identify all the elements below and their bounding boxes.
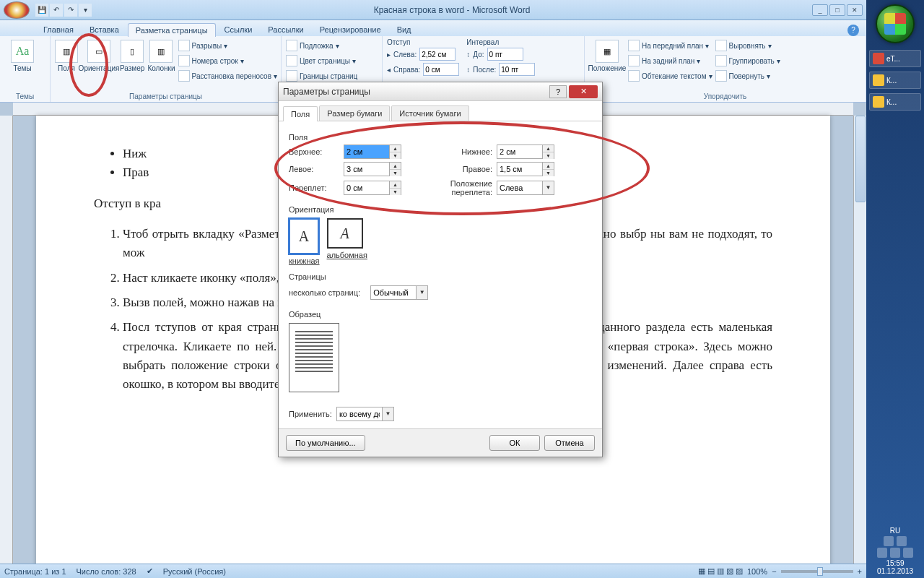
align-button[interactable]: Выровнять ▾ [715, 38, 780, 53]
page-setup-dialog: Параметры страницы ? ✕ Поля Размер бумаг… [278, 82, 603, 457]
dialog-help-button[interactable]: ? [549, 85, 567, 98]
orientation-button[interactable]: ▭Ориентация [81, 38, 117, 72]
gutter-position-select[interactable]: ▼ [497, 181, 562, 195]
tab-page-layout[interactable]: Разметка страницы [128, 23, 216, 37]
rotate-button[interactable]: Повернуть ▾ [715, 69, 780, 83]
help-icon[interactable]: ? [847, 25, 859, 36]
text-wrap-button[interactable]: Обтекание текстом ▾ [628, 69, 712, 83]
orientation-landscape[interactable]: Aальбомная [327, 218, 367, 265]
dialog-tab-source[interactable]: Источник бумаги [391, 105, 468, 121]
ok-button[interactable]: ОК [489, 435, 540, 451]
position-button[interactable]: ▦Положение [589, 38, 625, 72]
redo-icon[interactable]: ↷ [64, 4, 77, 17]
clock-time: 15:59 [869, 559, 921, 567]
watermark-button[interactable]: Подложка ▾ [286, 38, 357, 53]
tab-mailings[interactable]: Рассылки [261, 23, 310, 36]
margin-top-input[interactable]: ▲▼ [344, 144, 409, 159]
language-status[interactable]: Русский (Россия) [163, 567, 226, 576]
tab-home[interactable]: Главная [36, 23, 81, 36]
columns-button[interactable]: ▥Колонки [147, 38, 175, 72]
zoom-level[interactable]: 100% [747, 567, 767, 576]
send-back-button[interactable]: На задний план ▾ [628, 53, 712, 68]
language-indicator[interactable]: RU [869, 527, 921, 535]
word-count[interactable]: Число слов: 328 [77, 567, 136, 576]
margin-left-input[interactable]: ▲▼ [344, 162, 409, 176]
office-button[interactable] [4, 1, 30, 19]
multiple-pages-select[interactable]: ▼ [370, 285, 428, 300]
tab-review[interactable]: Рецензирование [313, 23, 388, 36]
zoom-slider[interactable] [781, 570, 853, 573]
windows-taskbar: eT... К... К... RU 15:59 01.12.2013 [866, 0, 924, 578]
undo-icon[interactable]: ↶ [50, 4, 63, 17]
system-tray[interactable]: RU 15:59 01.12.2013 [866, 524, 924, 578]
tab-insert[interactable]: Вставка [82, 23, 126, 36]
taskbar-item[interactable]: К... [869, 72, 921, 89]
dialog-tab-margins[interactable]: Поля [283, 106, 318, 121]
view-buttons[interactable]: ▦ ▤ ▥ ▧ ▨ [698, 566, 743, 576]
indent-left-input[interactable]: ▸ Слева: [387, 47, 459, 61]
margin-right-input[interactable]: ▲▼ [497, 162, 562, 176]
bring-front-button[interactable]: На передний план ▾ [628, 38, 712, 53]
apply-to-select[interactable]: ▼ [336, 407, 394, 421]
dialog-close-button[interactable]: ✕ [569, 85, 598, 98]
quick-access-toolbar: 💾 ↶ ↷ ▾ [35, 4, 92, 17]
close-button[interactable]: ✕ [847, 4, 863, 16]
line-numbers-button[interactable]: Номера строк ▾ [178, 53, 277, 68]
minimize-button[interactable]: _ [812, 4, 828, 16]
taskbar-item[interactable]: К... [869, 93, 921, 111]
dialog-tab-paper[interactable]: Размер бумаги [319, 105, 390, 121]
cancel-button[interactable]: Отмена [544, 435, 595, 451]
margins-button[interactable]: ▥Поля [55, 38, 78, 72]
page-color-button[interactable]: Цвет страницы ▾ [286, 53, 357, 68]
preview-sample [289, 323, 339, 392]
spacing-before-input[interactable]: ↕ До: [466, 47, 535, 61]
taskbar-item[interactable]: eT... [869, 50, 921, 67]
clock-date: 01.12.2013 [869, 567, 921, 575]
spellcheck-icon[interactable]: ✔ [147, 566, 153, 576]
orientation-portrait[interactable]: Aкнижная [289, 218, 320, 265]
margin-bottom-input[interactable]: ▲▼ [497, 144, 562, 159]
vertical-scrollbar[interactable] [853, 116, 866, 564]
maximize-button[interactable]: □ [829, 4, 845, 16]
dialog-title-bar[interactable]: Параметры страницы ? ✕ [279, 82, 602, 101]
gutter-input[interactable]: ▲▼ [344, 181, 409, 195]
window-title: Красная строка в word - Microsoft Word [92, 5, 812, 15]
title-bar: 💾 ↶ ↷ ▾ Красная строка в word - Microsof… [0, 0, 866, 20]
themes-button[interactable]: Aa Темы [4, 38, 40, 72]
breaks-button[interactable]: Разрывы ▾ [178, 38, 277, 53]
page-borders-button[interactable]: Границы страниц [286, 69, 357, 83]
qat-dropdown-icon[interactable]: ▾ [79, 4, 92, 17]
save-icon[interactable]: 💾 [35, 4, 48, 17]
start-button[interactable] [876, 4, 915, 43]
hyphenation-button[interactable]: Расстановка переносов ▾ [178, 69, 277, 83]
size-button[interactable]: ▯Размер [120, 38, 144, 72]
tab-view[interactable]: Вид [390, 23, 419, 36]
vertical-ruler[interactable] [0, 116, 13, 564]
group-button[interactable]: Группировать ▾ [715, 53, 780, 68]
page-count[interactable]: Страница: 1 из 1 [4, 567, 66, 576]
indent-right-input[interactable]: ◂ Справа: [387, 62, 459, 77]
tab-references[interactable]: Ссылки [217, 23, 260, 36]
spacing-after-input[interactable]: ↕ После: [466, 62, 535, 77]
ribbon-tabs: Главная Вставка Разметка страницы Ссылки… [0, 20, 866, 36]
status-bar: Страница: 1 из 1 Число слов: 328 ✔ Русск… [0, 564, 866, 578]
default-button[interactable]: По умолчанию... [286, 435, 365, 451]
